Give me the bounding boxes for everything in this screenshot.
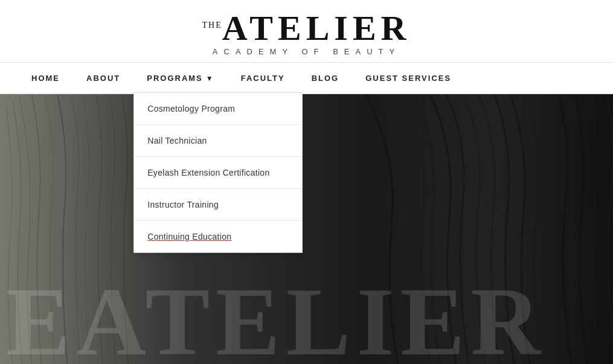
hero-section: EATELIER [0,94,613,364]
hero-bg: EATELIER [0,94,613,364]
nav-item-programs[interactable]: PROGRAMS ▼ [133,64,227,92]
nav-item-blog[interactable]: BLOG [298,64,353,92]
programs-dropdown: Cosmetology Program Nail Technician Eyel… [133,92,303,253]
nav-item-home[interactable]: HOME [18,64,73,92]
logo-sub: ACADEMY OF BEAUTY [0,47,613,56]
nav-item-about[interactable]: ABOUT [73,64,133,92]
page-layout: THEATELIER ACADEMY OF BEAUTY HOME ABOUT … [0,0,613,364]
dropdown-item-cosmetology[interactable]: Cosmetology Program [134,93,302,125]
site-header: THEATELIER ACADEMY OF BEAUTY [0,0,613,63]
dropdown-item-instructor[interactable]: Instructor Training [134,189,302,221]
nav-item-guest-services[interactable]: GUEST SERVICES [352,64,464,92]
logo-the: THE [202,21,222,30]
logo[interactable]: THEATELIER ACADEMY OF BEAUTY [0,11,613,56]
dropdown-item-eyelash[interactable]: Eyelash Extension Certification [134,157,302,189]
logo-main: THEATELIER [202,8,411,48]
nav-bar: HOME ABOUT PROGRAMS ▼ Cosmetology Progra… [0,63,613,94]
chevron-down-icon: ▼ [206,74,214,83]
dropdown-item-continuing-edu[interactable]: Continuing Education [134,221,302,252]
dropdown-item-nail-tech[interactable]: Nail Technician [134,125,302,157]
nav-item-faculty[interactable]: FACULTY [228,64,298,92]
main-nav: HOME ABOUT PROGRAMS ▼ Cosmetology Progra… [0,63,613,94]
programs-label: PROGRAMS [147,74,203,83]
nav-item-programs-wrapper: PROGRAMS ▼ Cosmetology Program Nail Tech… [133,64,227,92]
